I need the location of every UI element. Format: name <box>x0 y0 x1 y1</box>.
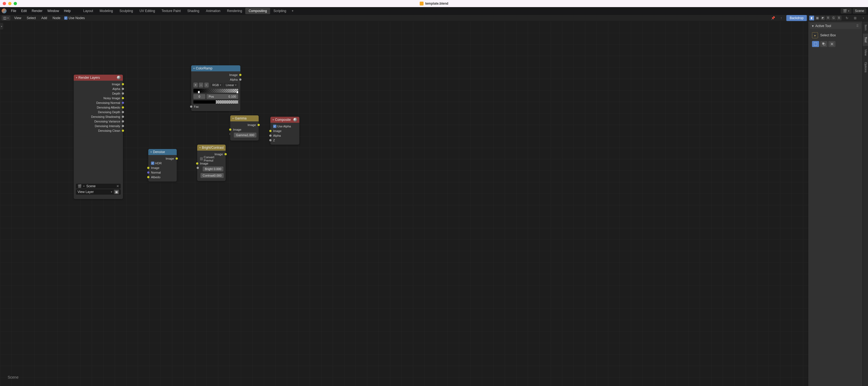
output-dn-variance: Denoising Variance <box>94 120 120 123</box>
check-icon: ✓ <box>151 161 154 165</box>
breadcrumb: Scene <box>8 375 19 380</box>
ramp-mode: RGB <box>213 83 219 87</box>
ramp-gradient[interactable] <box>193 89 238 93</box>
select-mode-new[interactable] <box>812 41 819 47</box>
check-icon: ✓ <box>200 157 203 160</box>
ramp-mode-select[interactable]: RGB▾ <box>211 83 223 87</box>
output-alpha-label: Alpha <box>113 87 120 90</box>
node-canvas[interactable]: ▸ ▾Render Layers <box>0 21 808 386</box>
parent-node-button[interactable]: ↑ <box>778 15 784 21</box>
ramp-interp-select[interactable]: Linear▾ <box>224 83 238 87</box>
ramp-stop-1[interactable] <box>236 91 239 93</box>
minimize-window-button[interactable] <box>8 2 11 5</box>
output-dn-albedo: Denoising Albedo <box>97 106 120 109</box>
ramp-stop-index[interactable]: 0 <box>193 94 206 99</box>
node-denoise[interactable]: ▾Denoise Image ✓ HDR Image Normal Albedo <box>148 149 177 181</box>
channel-r[interactable]: R <box>826 15 831 21</box>
tab-add-button[interactable]: + <box>289 8 296 14</box>
tab-uv[interactable]: UV Editing <box>136 8 158 14</box>
render-button-icon[interactable]: ▣ <box>114 190 119 194</box>
backdrop-button[interactable]: Backdrop <box>786 15 807 21</box>
snap-options[interactable]: ▾ <box>860 15 866 21</box>
ramp-pos-field[interactable]: Pos0.100 <box>207 94 238 99</box>
composite-in-alpha: Alpha <box>273 134 281 137</box>
scene-name-field[interactable]: Scene <box>853 8 866 14</box>
compositor-header: ◫▾ View Select Add Node ✓ Use Nodes 📌 ↑ … <box>0 14 868 21</box>
menu-help[interactable]: Help <box>62 8 73 14</box>
denoise-in-normal: Normal <box>151 171 161 174</box>
check-icon: ✓ <box>273 125 276 128</box>
select-mode-extend[interactable] <box>820 41 827 47</box>
maximize-window-button[interactable] <box>14 2 17 5</box>
sidebar-tab-view[interactable]: View <box>863 46 868 59</box>
pin-button[interactable]: 📌 <box>770 15 776 21</box>
node-composite[interactable]: ▾Composite ✓ Use Alpha Image Alpha Z <box>270 117 299 145</box>
tab-texture[interactable]: Texture Paint <box>158 8 184 14</box>
node-bright-contrast[interactable]: ▾Bright/Contrast Image ✓ Convert Premul … <box>197 145 226 181</box>
menu-window[interactable]: Window <box>45 8 61 14</box>
menu-file[interactable]: File <box>9 8 18 14</box>
menu-edit[interactable]: Edit <box>19 8 29 14</box>
output-image-label: Image <box>112 83 120 86</box>
tab-modeling[interactable]: Modeling <box>96 8 116 14</box>
panel-grip-icon[interactable]: ⠿ <box>856 24 859 28</box>
close-window-button[interactable] <box>3 2 6 5</box>
menu-add-node[interactable]: Add <box>40 15 49 21</box>
editor-type-selector[interactable]: ◫▾ <box>2 16 10 21</box>
tab-layout[interactable]: Layout <box>80 8 96 14</box>
tab-scripting[interactable]: Scripting <box>270 8 289 14</box>
menu-node[interactable]: Node <box>51 15 62 21</box>
tab-animation[interactable]: Animation <box>203 8 224 14</box>
render-layers-layer-select[interactable]: View Layer ▾ ▣ <box>76 189 121 195</box>
ramp-in-fac: Fac <box>194 105 199 108</box>
node-gamma[interactable]: ▾Gamma Image Image Gamma1.000 <box>230 115 259 141</box>
select-mode-subtract[interactable] <box>828 41 836 47</box>
channel-alpha[interactable]: ◩ <box>820 15 826 21</box>
menu-select[interactable]: Select <box>25 15 37 21</box>
composite-use-alpha[interactable]: ✓ Use Alpha <box>270 124 299 128</box>
ramp-add-stop[interactable]: + <box>193 83 198 87</box>
auto-render-button[interactable]: ↻ <box>844 15 850 21</box>
channel-g[interactable]: G <box>831 15 836 21</box>
node-color-ramp[interactable]: ▾ColorRamp Image Alpha + − ▾ RGB▾ Linear… <box>191 65 240 111</box>
active-tool-panel-header[interactable]: ▾Active Tool⠿ <box>810 23 861 29</box>
use-nodes-toggle[interactable]: ✓ Use Nodes <box>64 16 85 20</box>
preview-sphere-icon <box>117 76 121 80</box>
bc-bright-field[interactable]: Bright0.000 <box>203 167 223 171</box>
tab-sculpting[interactable]: Sculpting <box>116 8 136 14</box>
sidebar-tab-tool[interactable]: Tool <box>863 34 868 46</box>
ramp-stop-0[interactable] <box>198 91 200 93</box>
workspace-tabs: Layout Modeling Sculpting UV Editing Tex… <box>80 8 296 14</box>
scene-value: Scene <box>86 184 96 188</box>
ramp-tools[interactable]: ▾ <box>204 83 209 87</box>
output-noisy-label: Noisy Image <box>103 96 120 100</box>
sidebar-tab-options[interactable]: Options <box>863 59 868 76</box>
channel-color[interactable]: ▦ <box>814 15 820 21</box>
denoise-hdr-toggle[interactable]: ✓ HDR <box>148 161 177 166</box>
channel-b[interactable]: B <box>836 15 842 21</box>
clear-scene-icon[interactable]: ✕ <box>116 184 119 188</box>
tab-compositing[interactable]: Compositing <box>245 8 270 14</box>
menu-render[interactable]: Render <box>30 8 44 14</box>
ramp-remove-stop[interactable]: − <box>199 83 203 87</box>
render-layers-scene-select[interactable]: 🎬▾ Scene ✕ <box>76 184 121 189</box>
tab-rendering[interactable]: Rendering <box>224 8 245 14</box>
window-titlebar: template.blend <box>0 0 868 7</box>
output-depth-label: Depth <box>112 92 120 95</box>
menu-view[interactable]: View <box>12 15 23 21</box>
gamma-title: Gamma <box>235 116 247 120</box>
gamma-value-field[interactable]: Gamma1.000 <box>234 132 256 138</box>
output-dn-intensity: Denoising Intensity <box>95 124 120 128</box>
snap-toggle[interactable]: ⊞ <box>852 15 858 21</box>
bc-contrast-field[interactable]: Contrast0.000 <box>200 173 224 178</box>
sidebar-tab-item[interactable]: Item <box>863 21 868 34</box>
tab-shading[interactable]: Shading <box>184 8 203 14</box>
scene-selector[interactable]: 🎬▾ <box>841 8 851 14</box>
ramp-color-swatch[interactable] <box>193 100 238 103</box>
blender-logo-icon[interactable] <box>2 8 6 13</box>
node-render-layers[interactable]: ▾Render Layers Image Alpha Depth Noisy I… <box>74 75 123 199</box>
node-editor-icon: ◫ <box>3 16 6 20</box>
channel-combined[interactable]: ◧ <box>809 15 814 21</box>
bc-convert-toggle[interactable]: ✓ Convert Premul <box>197 156 226 161</box>
ramp-out-image: Image <box>229 73 238 77</box>
